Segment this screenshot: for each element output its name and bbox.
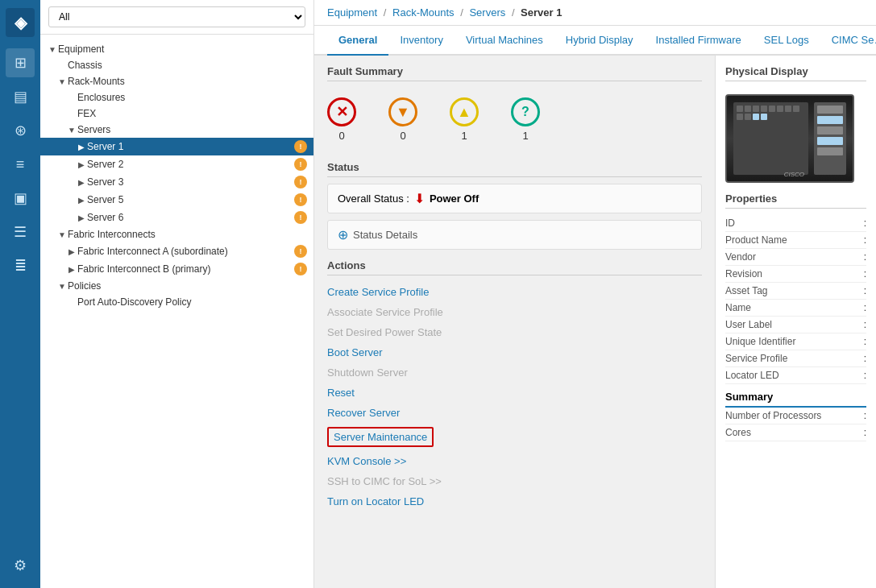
- sidebar-item-server3[interactable]: ▶Server 3!: [40, 173, 313, 191]
- properties-list: ID:Product Name:Vendor:Revision:Asset Ta…: [725, 215, 866, 441]
- tab-general[interactable]: General: [327, 26, 388, 56]
- breadcrumb-sep3: /: [512, 6, 517, 19]
- overall-status: Overall Status : ⬇ Power Off: [327, 184, 702, 213]
- tree-arrow-fib: ▶: [66, 265, 77, 274]
- prop-key: Name: [725, 302, 751, 313]
- tree-label-rack-mounts: Rack-Mounts: [68, 76, 307, 87]
- breadcrumb-rack-mounts[interactable]: Rack-Mounts: [392, 6, 455, 19]
- action-turn-on-locator[interactable]: Turn on Locator LED: [327, 491, 702, 511]
- badge-server3: !: [294, 176, 307, 188]
- tab-installed-firmware[interactable]: Installed Firmware: [645, 26, 753, 56]
- prop-val: :: [864, 370, 866, 381]
- prop-key: Product Name: [725, 234, 787, 246]
- tree-label-servers: Servers: [77, 124, 307, 135]
- breadcrumb-servers[interactable]: Servers: [469, 6, 505, 19]
- dashboard-nav-icon[interactable]: ⊞: [6, 48, 35, 77]
- power-status: Power Off: [430, 193, 479, 205]
- prop-val: :: [864, 319, 866, 330]
- prop-row: Vendor:: [725, 249, 866, 266]
- tree-nav: ▼EquipmentChassis▼Rack-MountsEnclosuresF…: [40, 35, 313, 588]
- action-kvm-console[interactable]: KVM Console >>: [327, 451, 702, 471]
- breadcrumb-equipment[interactable]: Equipment: [327, 6, 377, 19]
- fault-minor: ▲ 1: [450, 97, 479, 142]
- prop-row: Service Profile:: [725, 350, 866, 367]
- list2-nav-icon[interactable]: ≣: [6, 251, 35, 280]
- sidebar-item-server6[interactable]: ▶Server 6!: [40, 209, 313, 226]
- tree-label-fex: FEX: [77, 108, 307, 119]
- sidebar-item-server2[interactable]: ▶Server 2!: [40, 155, 313, 173]
- sidebar-item-rack-mounts[interactable]: ▼Rack-Mounts: [40, 73, 313, 89]
- sidebar-item-chassis[interactable]: Chassis: [40, 57, 313, 73]
- tree-arrow-server2: ▶: [76, 160, 87, 169]
- action-highlighted-server-maintenance[interactable]: Server Maintenance: [327, 427, 434, 447]
- tree-label-equipment: Equipment: [58, 43, 307, 55]
- prop-row: Revision:: [725, 266, 866, 283]
- overall-status-label: Overall Status :: [338, 193, 409, 205]
- list-nav-icon[interactable]: ☰: [6, 217, 35, 246]
- action-recover-server[interactable]: Recover Server: [327, 403, 702, 423]
- action-create-service-profile[interactable]: Create Service Profile: [327, 282, 702, 302]
- action-associate-service-profile: Associate Service Profile: [327, 302, 702, 322]
- tree-arrow-server3: ▶: [76, 178, 87, 187]
- server-nav-icon[interactable]: ▤: [6, 82, 35, 111]
- fault-warning: ? 1: [511, 97, 540, 142]
- action-server-maintenance[interactable]: Server Maintenance: [327, 423, 702, 451]
- status-details-button[interactable]: ⊕ Status Details: [327, 220, 702, 250]
- prop-val: :: [864, 268, 866, 280]
- tab-inventory[interactable]: Inventory: [388, 26, 454, 56]
- tab-hybrid-display[interactable]: Hybrid Display: [554, 26, 645, 56]
- cisco-label: CISCO: [784, 171, 804, 178]
- tab-cimc-se…[interactable]: CIMC Se…: [820, 26, 876, 56]
- sidebar-item-server1[interactable]: ▶Server 1!: [40, 138, 313, 155]
- network-nav-icon[interactable]: ⊛: [6, 116, 35, 145]
- screen-nav-icon[interactable]: ▣: [6, 184, 35, 213]
- app-logo[interactable]: ◈: [6, 8, 35, 37]
- badge-server6: !: [294, 211, 307, 224]
- tree-label-fabric-interconnects: Fabric Interconnects: [68, 229, 307, 240]
- prop-key: User Label: [725, 319, 772, 330]
- sidebar-item-fex[interactable]: FEX: [40, 106, 313, 122]
- plus-icon: ⊕: [338, 227, 348, 242]
- tree-label-server3: Server 3: [87, 176, 291, 188]
- properties-title: Properties: [725, 193, 866, 209]
- tree-label-server5: Server 5: [87, 194, 291, 205]
- sidebar-item-policies[interactable]: ▼Policies: [40, 278, 313, 294]
- sidebar-item-server5[interactable]: ▶Server 5!: [40, 191, 313, 209]
- fault-major-icon: ▼: [388, 97, 417, 126]
- prop-val: :: [864, 302, 866, 313]
- summary-prop-row: Number of Processors:: [725, 408, 866, 424]
- sidebar-item-enclosures[interactable]: Enclosures: [40, 89, 313, 106]
- tree-label-chassis: Chassis: [68, 60, 307, 71]
- status-details-label: Status Details: [353, 229, 417, 241]
- tree-arrow-server5: ▶: [76, 196, 87, 205]
- settings-nav-icon[interactable]: ⚙: [6, 551, 35, 580]
- sidebar-item-equipment[interactable]: ▼Equipment: [40, 41, 313, 57]
- tab-sel-logs[interactable]: SEL Logs: [753, 26, 820, 56]
- fault-minor-icon: ▲: [450, 97, 479, 126]
- actions-list: Create Service ProfileAssociate Service …: [327, 282, 702, 511]
- physical-display-title: Physical Display: [725, 65, 866, 81]
- right-panel: Physical Display: [715, 56, 876, 588]
- fault-major: ▼ 0: [388, 97, 417, 142]
- prop-val: :: [864, 285, 866, 296]
- sidebar-item-fabric-interconnects[interactable]: ▼Fabric Interconnects: [40, 226, 313, 242]
- prop-row: ID:: [725, 215, 866, 232]
- sidebar-filter-select[interactable]: All Equipment Servers: [48, 6, 305, 27]
- prop-key: ID: [725, 217, 735, 229]
- sidebar-item-fib[interactable]: ▶Fabric Interconnect B (primary)!: [40, 260, 313, 278]
- breadcrumb-sep1: /: [384, 6, 389, 19]
- tree-arrow-server6: ▶: [76, 213, 87, 222]
- menu-nav-icon[interactable]: ≡: [6, 150, 35, 179]
- tree-label-port-policy: Port Auto-Discovery Policy: [77, 296, 307, 308]
- action-reset[interactable]: Reset: [327, 383, 702, 403]
- sidebar-item-port-policy[interactable]: Port Auto-Discovery Policy: [40, 294, 313, 310]
- action-set-desired-power: Set Desired Power State: [327, 322, 702, 342]
- breadcrumb-sep2: /: [460, 6, 466, 19]
- summary-title: Summary: [725, 391, 866, 408]
- tree-arrow-server1: ▶: [76, 143, 87, 151]
- tree-arrow-fabric-interconnects: ▼: [56, 230, 68, 239]
- tab-virtual-machines[interactable]: Virtual Machines: [455, 26, 554, 56]
- action-boot-server[interactable]: Boot Server: [327, 342, 702, 362]
- sidebar-item-servers[interactable]: ▼Servers: [40, 122, 313, 138]
- sidebar-item-fia[interactable]: ▶Fabric Interconnect A (subordinate)!: [40, 242, 313, 260]
